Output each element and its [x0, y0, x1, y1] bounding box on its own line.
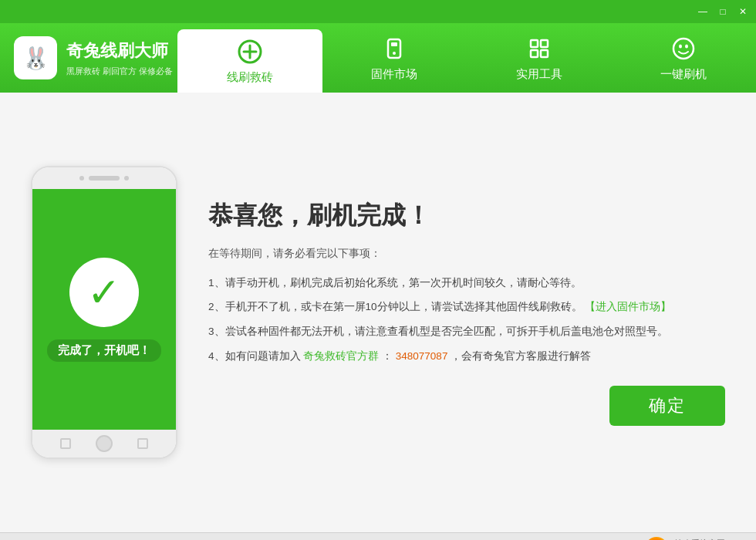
svg-rect-6 [531, 40, 538, 47]
svg-rect-7 [541, 40, 548, 47]
tab-firmware-label: 固件市场 [371, 67, 417, 82]
phone-home-btn [96, 435, 113, 452]
main-content: ✓ 完成了，开机吧！ 恭喜您，刷机完成！ 在等待期间，请务必看完以下事项： 1、… [0, 93, 756, 532]
info-panel: 恭喜您，刷机完成！ 在等待期间，请务必看完以下事项： 1、请手动开机，刷机完成后… [208, 199, 725, 426]
phone-back-btn [60, 438, 71, 449]
content-area: ✓ 完成了，开机吧！ 恭喜您，刷机完成！ 在等待期间，请务必看完以下事项： 1、… [0, 93, 756, 532]
titlebar: — □ ✕ [0, 0, 756, 23]
tab-xian-shua-icon [236, 38, 264, 66]
svg-rect-3 [388, 39, 400, 58]
app-logo-icon: 🐰 [14, 36, 57, 79]
footer-brand: 纯 纯净系统家园 www.yidaimei.com [645, 537, 744, 541]
logo-text: 奇兔线刷大师 黑屏救砖 刷回官方 保修必备 [66, 39, 173, 77]
tab-tools[interactable]: 实用工具 [467, 23, 612, 93]
qq-group-number[interactable]: 348077087 [396, 350, 448, 362]
phone-bottom-bar [32, 430, 176, 457]
info-item-2-text-before: 2、手机开不了机，或卡在第一屏10分钟以上，请尝试选择其他固件线刷救砖。 [208, 301, 582, 312]
svg-point-12 [685, 44, 688, 48]
checkmark-icon: ✓ [87, 272, 121, 312]
phone-complete-text: 完成了，开机吧！ [47, 339, 161, 362]
svg-point-11 [679, 44, 682, 48]
phone-sensor [124, 176, 129, 181]
minimize-button[interactable]: — [693, 3, 713, 20]
phone-mockup: ✓ 完成了，开机吧！ [31, 166, 177, 459]
maximize-button[interactable]: □ [713, 3, 733, 20]
tab-tools-label: 实用工具 [516, 67, 562, 82]
info-list: 1、请手动开机，刷机完成后初始化系统，第一次开机时间较久，请耐心等待。 2、手机… [208, 275, 725, 364]
phone-screen: ✓ 完成了，开机吧！ [32, 189, 176, 430]
app-title: 奇兔线刷大师 [66, 39, 173, 62]
tab-one-key-icon [670, 35, 697, 62]
info-item-1: 1、请手动开机，刷机完成后初始化系统，第一次开机时间较久，请耐心等待。 [208, 275, 725, 292]
firmware-market-link[interactable]: 【进入固件市场】 [585, 301, 671, 312]
info-item-3: 3、尝试各种固件都无法开机，请注意查看机型是否完全匹配，可拆开手机后盖电池仓对照… [208, 323, 725, 340]
nav-tabs: 线刷救砖 固件市场 实用工具 [177, 23, 756, 93]
phone-camera [79, 176, 84, 181]
tab-one-key-label: 一键刷机 [660, 67, 707, 82]
confirm-button[interactable]: 确定 [609, 386, 725, 426]
svg-point-5 [393, 52, 396, 55]
info-item-4-text-before: 4、如有问题请加入 [208, 350, 301, 362]
success-title: 恭喜您，刷机完成！ [208, 199, 725, 233]
qq-group-link[interactable]: 奇兔救砖官方群 [303, 350, 379, 362]
checkmark-circle: ✓ [69, 258, 139, 327]
svg-rect-9 [541, 50, 548, 57]
tab-xian-shua-label: 线刷救砖 [227, 70, 273, 85]
svg-rect-8 [531, 50, 538, 57]
logo-area: 🐰 奇兔线刷大师 黑屏救砖 刷回官方 保修必备 [0, 23, 177, 93]
info-subtitle: 在等待期间，请务必看完以下事项： [208, 247, 725, 261]
header: 🐰 奇兔线刷大师 黑屏救砖 刷回官方 保修必备 线刷救砖 [0, 23, 756, 93]
info-item-4-text-after: ，会有奇兔官方客服进行解答 [451, 350, 591, 362]
info-item-4-colon: ： [382, 350, 393, 362]
info-item-4: 4、如有问题请加入 奇兔救砖官方群 ： 348077087 ，会有奇兔官方客服进… [208, 348, 725, 365]
tab-firmware[interactable]: 固件市场 [322, 23, 467, 93]
info-item-3-text: 3、尝试各种固件都无法开机，请注意查看机型是否完全匹配，可拆开手机后盖电池仓对照… [208, 326, 668, 337]
tab-xian-shua[interactable]: 线刷救砖 [177, 29, 322, 93]
tab-firmware-icon [380, 35, 408, 62]
confirm-btn-area: 确定 [208, 386, 725, 426]
svg-point-10 [673, 39, 694, 59]
tab-tools-icon [525, 35, 553, 62]
info-item-2: 2、手机开不了机，或卡在第一屏10分钟以上，请尝试选择其他固件线刷救砖。 【进入… [208, 299, 725, 316]
close-button[interactable]: ✕ [733, 3, 753, 20]
info-item-1-text: 1、请手动开机，刷机完成后初始化系统，第一次开机时间较久，请耐心等待。 [208, 277, 582, 289]
footer: 版本：1.0.0.1 纯 纯净系统家园 www.yidaimei.com [0, 532, 756, 540]
phone-top-bar [32, 167, 176, 189]
brand-logo: 纯 [645, 537, 668, 541]
phone-menu-btn [137, 438, 148, 449]
phone-speaker [89, 176, 120, 181]
tab-one-key[interactable]: 一键刷机 [612, 23, 757, 93]
svg-rect-4 [391, 42, 397, 46]
app-subtitle: 黑屏救砖 刷回官方 保修必备 [66, 66, 173, 77]
